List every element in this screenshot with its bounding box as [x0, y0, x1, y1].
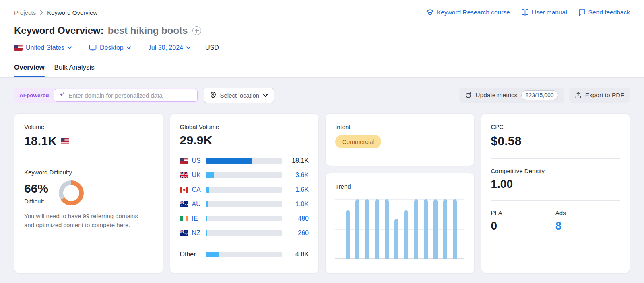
country-code-link[interactable]: UK: [192, 172, 206, 179]
desktop-icon: [89, 44, 97, 51]
page-header: Projects Keyword Overview Keyword Resear…: [0, 0, 644, 78]
add-keyword-icon[interactable]: [192, 26, 201, 35]
global-volume-card: Global Volume 29.9K US18.1KUK3.6KCA1.6KA…: [170, 113, 319, 273]
uk-flag-icon: [180, 172, 188, 178]
update-metrics-button[interactable]: Update metrics 823/15,000: [459, 88, 564, 103]
trend-bar: [385, 199, 389, 259]
volume-row-value[interactable]: 1.6K: [288, 186, 309, 193]
volume-bar-fill: [206, 252, 219, 257]
keyword-research-course-link[interactable]: Keyword Research course: [426, 9, 510, 16]
ads-label: Ads: [555, 209, 620, 216]
filters-row: United States Desktop Jul 30, 2024 USD: [14, 44, 630, 51]
volume-bar-track: [206, 172, 283, 178]
keyword-difficulty-value: 66%: [24, 182, 48, 195]
country-code-link[interactable]: CA: [192, 186, 206, 193]
keyword-difficulty-level: Difficult: [24, 198, 48, 205]
device-filter[interactable]: Desktop: [89, 44, 131, 51]
other-label: Other: [180, 251, 206, 258]
intent-badge: Commercial: [335, 135, 381, 148]
volume-label: Volume: [24, 123, 153, 130]
volume-bar-fill: [206, 201, 208, 207]
trend-bar: [394, 219, 398, 259]
global-volume-row-uk: UK3.6K: [180, 168, 309, 183]
domain-input-box: [54, 89, 198, 102]
ai-powered-wrap: AI-powered: [14, 88, 199, 103]
difficulty-donut-chart: [59, 180, 84, 205]
trend-label: Trend: [335, 183, 464, 190]
global-volume-row-nz: NZ260: [180, 226, 309, 240]
ads-value[interactable]: 8: [555, 219, 620, 232]
main-content: AI-powered Select location Update metric…: [0, 78, 644, 273]
graduation-cap-icon: [426, 9, 434, 16]
country-code-link[interactable]: US: [192, 157, 206, 164]
export-icon: [575, 92, 582, 99]
competitive-density-label: Competitive Density: [491, 168, 620, 174]
au-flag-icon: [180, 201, 188, 207]
ca-flag-icon: [180, 187, 188, 193]
toolbar-actions: Update metrics 823/15,000 Export to PDF: [459, 88, 630, 103]
trend-bar: [375, 199, 379, 259]
send-feedback-link[interactable]: Send feedback: [578, 9, 630, 16]
refresh-icon: [465, 92, 472, 99]
user-manual-link[interactable]: User manual: [521, 9, 567, 16]
book-icon: [521, 9, 529, 16]
volume-bar-track: [206, 230, 283, 236]
global-volume-row-ie: IE480: [180, 211, 309, 226]
country-code-link[interactable]: AU: [192, 201, 206, 208]
breadcrumb-current: Keyword Overview: [47, 9, 97, 16]
chevron-down-icon: [67, 46, 72, 49]
volume-row-value[interactable]: 260: [288, 230, 309, 237]
trend-card: Trend: [325, 173, 475, 273]
us-flag-icon: [180, 158, 188, 164]
trend-bar: [346, 210, 350, 259]
tab-bulk-analysis[interactable]: Bulk Analysis: [54, 64, 95, 77]
volume-bar-track: [206, 158, 283, 164]
volume-difficulty-card: Volume 18.1K Keyword Difficulty 66% Diff…: [14, 113, 163, 273]
volume-bar-track: [206, 187, 283, 193]
country-filter[interactable]: United States: [14, 44, 72, 51]
divider: [491, 200, 620, 201]
nz-flag-icon: [180, 230, 188, 236]
country-code-link[interactable]: NZ: [192, 230, 206, 237]
volume-row-value[interactable]: 480: [288, 215, 309, 222]
global-volume-row-us: US18.1K: [180, 154, 309, 168]
trend-bar: [355, 199, 359, 259]
update-quota-badge: 823/15,000: [521, 90, 558, 100]
trend-chart: [335, 199, 464, 259]
volume-row-value[interactable]: 3.6K: [288, 172, 309, 179]
tab-overview[interactable]: Overview: [14, 64, 45, 77]
sparkles-icon: [59, 92, 66, 99]
date-filter[interactable]: Jul 30, 2024: [148, 44, 191, 51]
toolbar: AI-powered Select location Update metric…: [14, 88, 630, 103]
country-code-link[interactable]: IE: [192, 215, 206, 222]
trend-bar: [433, 199, 438, 259]
us-flag-icon: [14, 45, 23, 51]
divider: [180, 244, 309, 244]
divider: [491, 158, 620, 159]
global-volume-value: 29.9K: [180, 133, 309, 147]
chevron-down-icon: [186, 46, 191, 49]
chevron-down-icon: [263, 94, 268, 97]
volume-bar-track: [206, 252, 283, 257]
header-links: Keyword Research course User manual Send…: [426, 9, 630, 16]
volume-value: 18.1K: [24, 134, 57, 148]
chevron-down-icon: [126, 46, 131, 49]
export-pdf-button[interactable]: Export to PDF: [569, 88, 630, 103]
trend-bars: [335, 199, 464, 259]
divider: [24, 159, 153, 159]
intent-card: Intent Commercial: [325, 113, 475, 166]
chevron-right-icon: [40, 10, 43, 15]
volume-bar-fill: [206, 172, 215, 178]
select-location-dropdown[interactable]: Select location: [204, 88, 275, 103]
cpc-label: CPC: [491, 123, 620, 130]
breadcrumb-projects[interactable]: Projects: [14, 9, 36, 16]
volume-bar-fill: [206, 158, 252, 164]
volume-row-value[interactable]: 1.0K: [288, 201, 309, 208]
global-volume-row-au: AU1.0K: [180, 197, 309, 211]
pla-value: 0: [491, 219, 555, 232]
pla-label: PLA: [491, 209, 555, 216]
global-volume-rows: US18.1KUK3.6KCA1.6KAU1.0KIE480NZ260Other…: [180, 154, 309, 262]
domain-input[interactable]: [68, 92, 192, 99]
trend-bar: [443, 199, 447, 259]
global-volume-row-ca: CA1.6K: [180, 183, 309, 197]
